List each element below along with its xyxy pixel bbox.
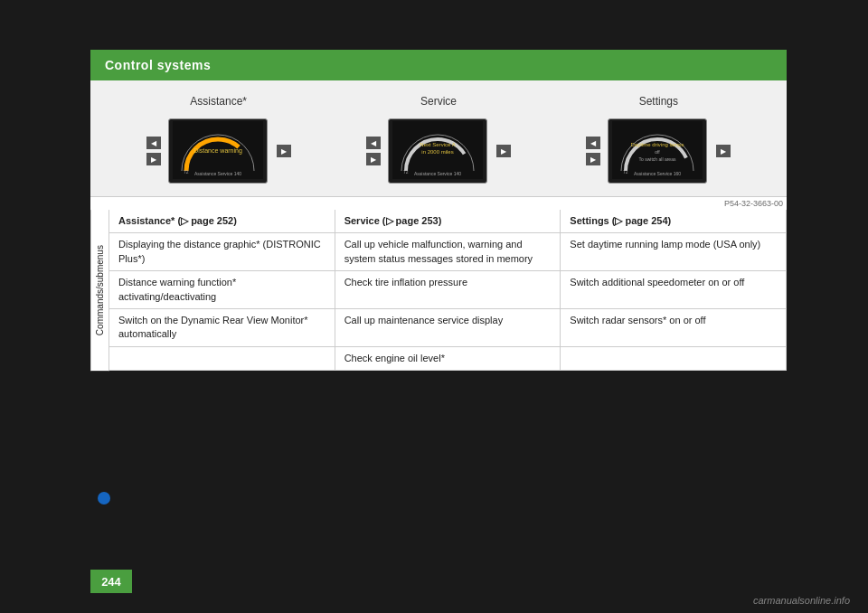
cell-1-2: Call up vehicle malfunction, warning and… xyxy=(335,233,561,271)
diagram-display-settings: ◀ ▶ Daytime driving lamps off To switch … xyxy=(586,115,731,187)
speedo-card-3: Distance warning Assistance Service 140 … xyxy=(168,118,268,184)
cell-2-3: Switch additional speedometer on or off xyxy=(561,271,787,309)
arrow-right-service[interactable]: ▶ xyxy=(496,145,511,157)
arrow-down-settings[interactable]: ▶ xyxy=(586,153,600,165)
svg-text:Next Service A: Next Service A xyxy=(420,142,455,147)
header-cell-assistance: Assistance* (▷ page 252) xyxy=(109,210,335,233)
cell-2-2: Check tire inflation pressure xyxy=(335,271,561,309)
speedo-card-settings-3: Daytime driving lamps off To switch all … xyxy=(608,118,707,184)
table-grid: Assistance* (▷ page 252) Service (▷ page… xyxy=(109,210,787,371)
svg-text:To switch all areas: To switch all areas xyxy=(639,156,676,162)
arrow-up-assistance[interactable]: ◀ xyxy=(146,137,161,149)
svg-text:Assistance  Service  160: Assistance Service 160 xyxy=(634,171,681,176)
header-cell-settings: Settings (▷ page 254) xyxy=(561,210,787,233)
page-title: Control systems xyxy=(105,58,211,72)
table-header-row: Assistance* (▷ page 252) Service (▷ page… xyxy=(109,210,787,233)
svg-text:Distance warning: Distance warning xyxy=(193,147,242,155)
table-row-2: Distance warning function* activating/de… xyxy=(109,271,787,309)
diagram-col-service: Service ◀ ▶ Next Service A in 2000 miles xyxy=(339,95,538,187)
arrow-up-settings[interactable]: ◀ xyxy=(586,137,600,149)
arrow-down-assistance[interactable]: ▶ xyxy=(146,153,161,165)
table-row-4: Check engine oil level* xyxy=(109,347,787,371)
svg-text:in 2000 miles: in 2000 miles xyxy=(421,149,453,155)
arrow-down-service[interactable]: ▶ xyxy=(366,153,381,165)
diagram-col-assistance: Assistance* ◀ ▶ Distance warning Assista… xyxy=(119,95,318,187)
svg-text:Daytime driving lamps: Daytime driving lamps xyxy=(631,142,684,147)
svg-text:off: off xyxy=(656,149,661,155)
arrow-right-assistance[interactable]: ▶ xyxy=(277,145,291,157)
speedo-card-service-3: Next Service A in 2000 miles Assistance … xyxy=(388,118,487,184)
svg-text:72: 72 xyxy=(623,169,628,174)
speedo-svg-settings: Daytime driving lamps off To switch all … xyxy=(612,121,703,179)
svg-text:Assistance  Service  140: Assistance Service 140 xyxy=(414,171,461,176)
diagram-section: Assistance* ◀ ▶ Distance warning Assista… xyxy=(90,80,787,197)
cell-1-3: Set daytime running lamp mode (USA only) xyxy=(561,233,787,271)
speedo-svg-service: Next Service A in 2000 miles Assistance … xyxy=(392,121,483,179)
diagram-col-settings: Settings ◀ ▶ Daytime driving lamps off xyxy=(559,95,758,187)
watermark: carmanualsonline.info xyxy=(753,595,850,606)
cell-2-1: Distance warning function* activating/de… xyxy=(109,271,335,309)
cell-4-3 xyxy=(561,347,787,371)
diagram-display-service: ◀ ▶ Next Service A in 2000 miles Assista… xyxy=(366,115,511,187)
page-number: 244 xyxy=(90,570,132,593)
speedometer-settings: Daytime driving lamps off To switch all … xyxy=(604,115,712,187)
table-section: Commands/submenus Assistance* (▷ page 25… xyxy=(90,210,787,371)
title-bar: Control systems xyxy=(90,50,787,80)
blue-dot-indicator xyxy=(98,492,110,505)
cell-1-1: Displaying the distance graphic* (DISTRO… xyxy=(109,233,335,271)
nav-arrows-left-service[interactable]: ◀ ▶ xyxy=(366,137,381,165)
cell-3-3: Switch radar sensors* on or off xyxy=(561,309,787,347)
svg-text:72: 72 xyxy=(403,169,409,174)
header-cell-service: Service (▷ page 253) xyxy=(335,210,561,233)
arrow-up-service[interactable]: ◀ xyxy=(366,137,381,149)
sidebar-commands-label: Commands/submenus xyxy=(90,210,109,371)
diagram-label-assistance: Assistance* xyxy=(190,95,247,108)
content-area: Control systems Assistance* ◀ ▶ Dist xyxy=(90,50,787,371)
table-row-1: Displaying the distance graphic* (DISTRO… xyxy=(109,233,787,271)
cell-3-2: Call up maintenance service display xyxy=(335,309,561,347)
speedo-svg: Distance warning Assistance Service 140 … xyxy=(173,121,263,179)
diagram-display-assistance: ◀ ▶ Distance warning Assistance Service … xyxy=(146,115,291,187)
cell-4-2: Check engine oil level* xyxy=(335,347,561,371)
svg-text:Assistance  Service  140: Assistance Service 140 xyxy=(194,171,241,176)
cell-4-1 xyxy=(109,347,335,371)
image-reference: P54-32-3663-00 xyxy=(90,197,787,210)
svg-text:72: 72 xyxy=(184,169,189,174)
cell-3-1: Switch on the Dynamic Rear View Monitor*… xyxy=(109,309,335,347)
table-row-3: Switch on the Dynamic Rear View Monitor*… xyxy=(109,309,787,347)
arrow-right-settings[interactable]: ▶ xyxy=(716,145,731,157)
speedometer-service: Next Service A in 2000 miles Assistance … xyxy=(384,115,493,187)
nav-arrows-left-settings[interactable]: ◀ ▶ xyxy=(586,137,600,165)
diagram-label-service: Service xyxy=(420,95,457,108)
diagram-label-settings: Settings xyxy=(639,95,678,108)
speedometer-assistance: Distance warning Assistance Service 140 … xyxy=(165,115,273,187)
nav-arrows-left-assistance[interactable]: ◀ ▶ xyxy=(146,137,161,165)
